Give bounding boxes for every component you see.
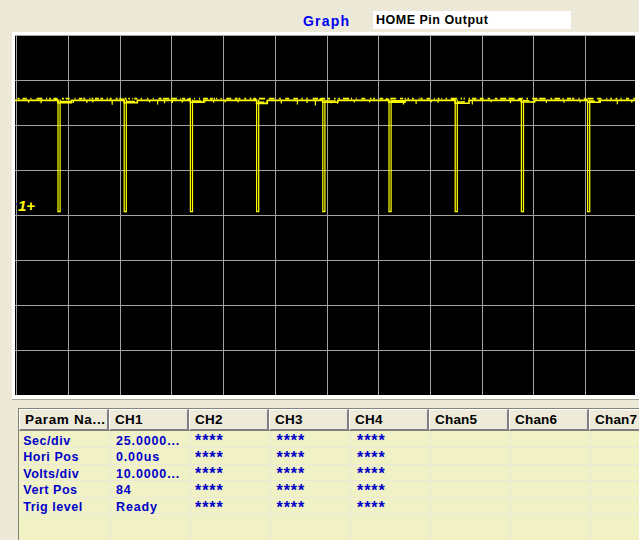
svg-text:1+: 1+ <box>18 197 35 214</box>
